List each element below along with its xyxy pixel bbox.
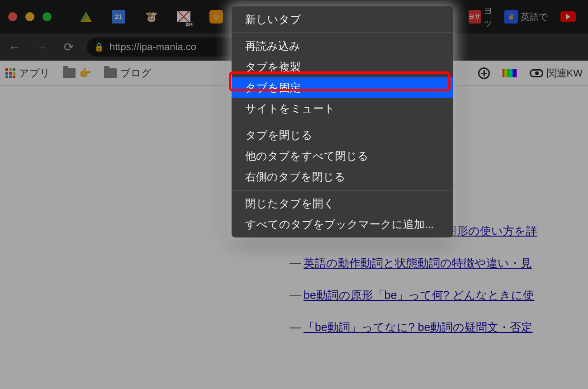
ctx-bookmark-all-tabs[interactable]: すべてのタブをブックマークに追加... <box>232 214 453 235</box>
tab-youtube[interactable] <box>553 5 583 28</box>
bookmark-rainbow[interactable] <box>503 69 517 77</box>
bookmark-folder-blog[interactable]: ブログ <box>104 66 152 80</box>
article-link[interactable]: 英語の動作動詞と状態動詞の特徴や違い・見 <box>303 256 532 269</box>
bookmark-folder-hand[interactable]: 👉 <box>63 67 91 79</box>
ctx-separator <box>232 190 453 190</box>
tab-yosa[interactable]: ヨサヨッ <box>469 5 499 28</box>
page-link: ―be動詞の原形「be」って何? どんなときに使 <box>289 288 588 303</box>
window-traffic-lights <box>8 12 52 21</box>
tab-yosa-label: ヨッ <box>484 5 499 29</box>
url-text: https://ipa-mania.co <box>109 41 196 53</box>
apps-label: アプリ <box>19 66 50 80</box>
ctx-pin-tab[interactable]: タブを固定 <box>232 77 453 98</box>
lock-icon: 🔒 <box>94 42 104 52</box>
tab-eigo-label: 英語で <box>521 11 548 23</box>
gmail-badge: 20+ <box>185 22 194 27</box>
folder-icon <box>104 68 117 78</box>
eye-icon <box>530 69 543 77</box>
crown-icon: ♛ <box>504 10 518 24</box>
minimize-window-button[interactable] <box>25 12 34 21</box>
apps-button[interactable]: アプリ <box>5 66 50 80</box>
drive-icon <box>80 11 92 22</box>
rainbow-icon <box>503 69 517 77</box>
ctx-mute-site[interactable]: サイトをミュート <box>232 98 453 119</box>
page-link: ―英語の動作動詞と状態動詞の特徴や違い・見 <box>289 256 588 270</box>
ctx-reopen-closed-tab[interactable]: 閉じたタブを開く <box>232 193 453 214</box>
cow-icon: 🐮 <box>143 9 159 24</box>
ctx-separator <box>232 33 453 33</box>
ctx-close-other-tabs[interactable]: 他のタブをすべて閉じる <box>232 146 453 166</box>
apps-icon <box>5 68 15 78</box>
tab-calendar[interactable]: 21 <box>103 5 134 28</box>
close-window-button[interactable] <box>8 12 17 21</box>
bookmark-globe[interactable] <box>478 67 490 79</box>
sun-icon: ☺ <box>209 10 223 24</box>
ctx-duplicate-tab[interactable]: タブを複製 <box>232 57 453 77</box>
yosa-icon: ヨサ <box>469 10 481 24</box>
tab-sun[interactable]: ☺ <box>201 5 232 28</box>
youtube-icon <box>560 11 576 22</box>
ctx-close-tab[interactable]: タブを閉じる <box>232 125 453 146</box>
tab-drive[interactable] <box>71 5 101 28</box>
bookmark-eye[interactable]: 関連KW <box>530 66 583 80</box>
tab-context-menu: 新しいタブ 再読み込み タブを複製 タブを固定 サイトをミュート タブを閉じる … <box>232 6 453 237</box>
page-link: ―「be動詞」ってなに? be動詞の疑問文・否定 <box>289 320 588 335</box>
tab-gmail[interactable]: 20+ <box>168 5 199 28</box>
globe-icon <box>478 67 490 79</box>
forward-button[interactable]: → <box>33 38 51 56</box>
tab-cow[interactable]: 🐮 <box>136 5 166 28</box>
tab-eigo[interactable]: ♛英語で <box>501 5 551 28</box>
calendar-icon: 21 <box>112 10 125 24</box>
folder-icon <box>63 68 76 78</box>
gmail-icon <box>177 11 190 22</box>
ctx-close-right-tabs[interactable]: 右側のタブを閉じる <box>232 166 453 187</box>
back-button[interactable]: ← <box>5 38 24 56</box>
ctx-new-tab[interactable]: 新しいタブ <box>232 9 453 30</box>
article-link[interactable]: be動詞の原形「be」って何? どんなときに使 <box>303 289 534 301</box>
reload-button[interactable]: ⟳ <box>60 38 78 56</box>
fullscreen-window-button[interactable] <box>43 12 52 21</box>
ctx-separator <box>232 122 453 122</box>
article-link[interactable]: 「be動詞」ってなに? be動詞の疑問文・否定 <box>303 321 532 333</box>
ctx-reload[interactable]: 再読み込み <box>232 36 453 57</box>
